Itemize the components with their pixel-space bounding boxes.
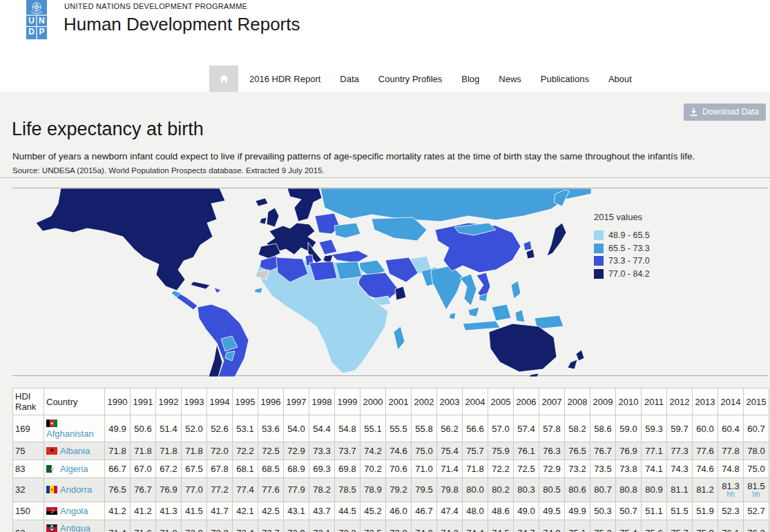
value-albania-1999: 73.7 — [335, 442, 360, 460]
value-angola-1992: 41.3 — [156, 502, 182, 520]
map-russia[interactable] — [320, 188, 591, 221]
map-iceland[interactable] — [256, 198, 268, 206]
nav-item-country-profiles[interactable]: Country Profiles — [378, 74, 442, 84]
map-spain[interactable] — [258, 244, 280, 259]
map-legend: 2015 values 48.9 - 65.565.5 - 73.373.3 -… — [594, 212, 650, 279]
country-link-albania[interactable]: Albania — [60, 446, 90, 456]
col-header-year-2006[interactable]: 2006 — [514, 388, 539, 415]
map-senegal[interactable] — [254, 288, 262, 293]
value-angola-2011: 51.1 — [642, 502, 667, 520]
hdi-rank-value: 62 — [13, 520, 44, 532]
col-header-year-2012[interactable]: 2012 — [667, 388, 693, 415]
map-borneo[interactable] — [492, 304, 511, 321]
map-sulawesi[interactable] — [515, 310, 525, 322]
value-angola-2006: 49.0 — [514, 502, 539, 520]
col-header-year-1992[interactable]: 1992 — [156, 388, 182, 415]
value-andorra-2010: 80.8 — [616, 478, 642, 502]
value-albania-2000: 74.2 — [360, 442, 386, 460]
map-north-korea[interactable] — [523, 241, 532, 250]
col-header-year-2011[interactable]: 2011 — [642, 388, 667, 415]
col-header-year-2003[interactable]: 2003 — [437, 388, 463, 415]
col-header-year-2009[interactable]: 2009 — [590, 388, 616, 415]
col-header-year-2010[interactable]: 2010 — [616, 388, 642, 415]
map-new-zealand-north[interactable] — [576, 350, 584, 361]
map-australia[interactable] — [489, 324, 557, 372]
col-header-year-1990[interactable]: 1990 — [105, 388, 131, 415]
nav-item-blog[interactable]: Blog — [461, 74, 479, 84]
col-header-year-1996[interactable]: 1996 — [258, 388, 284, 415]
country-link-algeria[interactable]: Algeria — [60, 464, 88, 474]
col-header-year-1993[interactable]: 1993 — [182, 388, 207, 415]
value-angola-2001: 46.0 — [386, 502, 412, 520]
table-header-row: HDI RankCountry1990199119921993199419951… — [13, 388, 769, 415]
undp-logo[interactable]: UN DP — [26, 0, 47, 39]
value-angola-2003: 47.4 — [437, 502, 463, 520]
col-header-year-2008[interactable]: 2008 — [565, 388, 590, 415]
download-data-button[interactable]: Download Data — [684, 104, 766, 121]
col-header-year-2015[interactable]: 2015 — [744, 388, 769, 415]
map-south-korea[interactable] — [526, 249, 535, 259]
map-united-kingdom[interactable] — [267, 208, 279, 227]
value-afghanistan-2006: 57.4 — [514, 415, 539, 442]
map-ireland[interactable] — [260, 217, 267, 224]
country-link-angola[interactable]: Angola — [60, 506, 88, 516]
map-balkans[interactable] — [319, 239, 337, 255]
col-header-year-1994[interactable]: 1994 — [207, 388, 233, 415]
map-sri-lanka[interactable] — [449, 313, 456, 319]
map-egypt[interactable] — [336, 262, 362, 279]
col-header-year-1999[interactable]: 1999 — [335, 388, 360, 415]
nav-item-data[interactable]: Data — [340, 74, 358, 84]
value-afghanistan-2014: 60.4 — [718, 415, 744, 442]
col-header-year-2007[interactable]: 2007 — [539, 388, 565, 415]
value-angola-1996: 42.5 — [258, 502, 284, 520]
map-ukraine[interactable] — [334, 223, 360, 238]
map-hispaniola[interactable] — [214, 288, 221, 293]
map-new-zealand-south[interactable] — [568, 359, 577, 369]
world-map[interactable] — [12, 188, 591, 377]
value-angola-2007: 49.5 — [539, 502, 565, 520]
col-header-year-1995[interactable]: 1995 — [233, 388, 258, 415]
col-header-year-2005[interactable]: 2005 — [488, 388, 514, 415]
map-tasmania[interactable] — [529, 373, 539, 377]
col-header-year-2004[interactable]: 2004 — [463, 388, 488, 415]
map-western-sahara[interactable] — [256, 270, 269, 279]
map-north-america[interactable] — [36, 188, 225, 290]
dotted-separator — [0, 177, 770, 178]
col-header-year-2014[interactable]: 2014 — [718, 388, 744, 415]
col-header-year-1997[interactable]: 1997 — [284, 388, 309, 415]
country-link-afghanistan[interactable]: Afghanistan — [46, 428, 94, 439]
home-tab[interactable] — [209, 66, 238, 92]
value-antigua-and-barbuda-2010: 75.4 — [616, 520, 642, 532]
map-madagascar[interactable] — [394, 326, 405, 350]
hdi-rank-value: 75 — [13, 442, 44, 460]
map-turkey[interactable] — [331, 250, 369, 263]
map-india[interactable] — [431, 266, 463, 310]
site-title[interactable]: Human Development Reports — [64, 14, 300, 35]
nav-item-news[interactable]: News — [499, 74, 521, 84]
col-header-year-1991[interactable]: 1991 — [131, 388, 156, 415]
map-indonesia[interactable] — [463, 321, 500, 331]
map-panel: 2015 values 48.9 - 65.565.5 - 73.373.3 -… — [12, 188, 768, 376]
col-header-year-2013[interactable]: 2013 — [693, 388, 718, 415]
map-oman[interactable] — [395, 286, 406, 300]
country-link-andorra[interactable]: Andorra — [60, 484, 92, 495]
col-header-year-1998[interactable]: 1998 — [309, 388, 335, 415]
map-central-asia[interactable] — [372, 217, 427, 241]
nav-item-publications[interactable]: Publications — [541, 74, 589, 84]
value-albania-2009: 76.7 — [590, 442, 616, 460]
value-andorra-1997: 77.9 — [284, 478, 309, 502]
col-header-year-2001[interactable]: 2001 — [386, 388, 412, 415]
col-header-year-2000[interactable]: 2000 — [360, 388, 386, 415]
value-algeria-2008: 73.2 — [565, 460, 590, 478]
col-header-year-2002[interactable]: 2002 — [412, 388, 437, 415]
value-angola-1999: 44.5 — [335, 502, 360, 520]
map-malaysia[interactable] — [468, 307, 479, 317]
map-myanmar-thailand[interactable] — [460, 274, 477, 306]
value-angola-2004: 48.0 — [463, 502, 488, 520]
map-japan[interactable] — [547, 223, 566, 256]
value-algeria-2012: 74.3 — [667, 460, 693, 478]
map-cuba[interactable] — [191, 282, 210, 289]
nav-item-2016-hdr-report[interactable]: 2016 HDR Report — [249, 74, 320, 84]
map-philippines[interactable] — [511, 281, 521, 299]
nav-item-about[interactable]: About — [608, 74, 632, 84]
